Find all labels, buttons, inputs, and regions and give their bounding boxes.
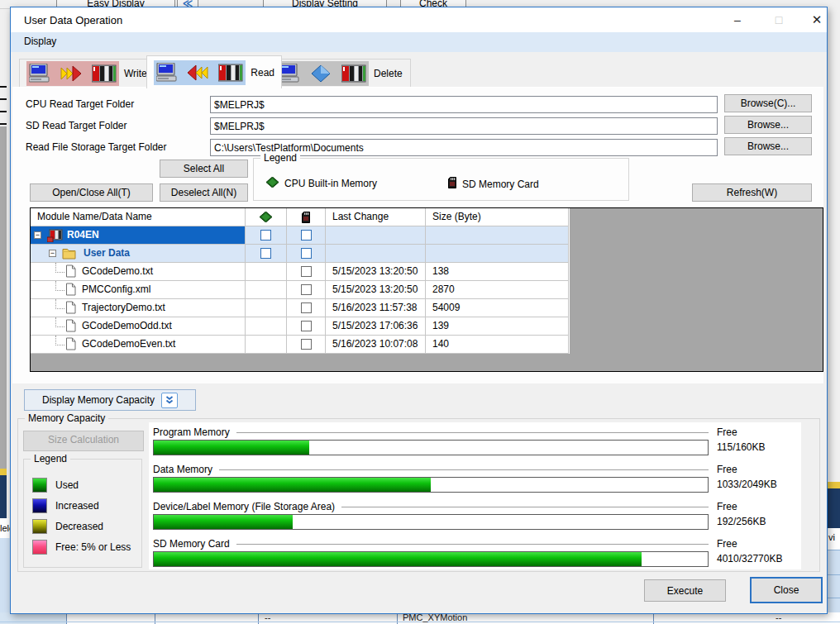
cpu-check-cell xyxy=(246,336,287,354)
table-row[interactable]: GCodeDemo.txt5/15/2023 13:20:50138 xyxy=(31,263,570,281)
folder-name[interactable]: User Data xyxy=(84,245,130,262)
select-all-button[interactable]: Select All xyxy=(160,160,248,178)
tab-strip: WriteReadDelete xyxy=(11,52,827,88)
memory-bar-label: Program Memory xyxy=(153,426,230,438)
memory-legend-item: Free: 5% or Less xyxy=(32,540,131,555)
file-icon xyxy=(65,264,76,278)
checkbox[interactable] xyxy=(301,248,312,259)
close-button[interactable]: Close xyxy=(750,577,823,603)
file-tree-table: Module Name/Data NameLast ChangeSize (By… xyxy=(30,207,823,372)
table-row[interactable]: −R04EN xyxy=(31,226,570,245)
double-chevron-down-icon xyxy=(161,393,178,408)
screen: Easy Display≪Display SettingCheck lele v… xyxy=(0,0,840,624)
divider xyxy=(236,544,709,545)
tree-connector xyxy=(55,336,64,345)
divider xyxy=(219,469,709,470)
tab-read[interactable]: Read xyxy=(146,55,282,88)
deselect-all-button[interactable]: Deselect All(N) xyxy=(160,183,248,202)
file-name[interactable]: GCodeDemo.txt xyxy=(82,263,153,280)
memory-bar xyxy=(153,440,709,455)
memory-legend-group: Legend UsedIncreasedDecreasedFree: 5% or… xyxy=(23,459,142,568)
checkbox[interactable] xyxy=(301,321,312,331)
memory-bar-group: SD Memory CardFree4010/32770KB xyxy=(149,536,801,574)
tree-connector xyxy=(55,299,64,309)
table-header-row: Module Name/Data NameLast ChangeSize (By… xyxy=(31,208,570,226)
menu-display[interactable]: Display xyxy=(24,36,56,47)
open-close-all-button[interactable]: Open/Close All(T) xyxy=(30,183,153,202)
module-icon xyxy=(47,228,63,245)
module-name[interactable]: R04EN xyxy=(67,226,99,244)
folder-icon xyxy=(62,247,76,263)
col-header-size[interactable]: Size (Byte) xyxy=(426,208,569,226)
memory-capacity-group: Memory Capacity Size Calculation Legend … xyxy=(17,418,820,572)
table-row[interactable]: PMCConfig.xml5/15/2023 13:20:502870 xyxy=(31,281,570,299)
browse-button[interactable]: Browse(C)... xyxy=(724,94,812,112)
size-calculation-button: Size Calculation xyxy=(23,431,144,451)
refresh-button[interactable]: Refresh(W) xyxy=(692,183,812,202)
size-cell: 140 xyxy=(426,336,569,354)
bg-left-line xyxy=(0,98,7,100)
browse-button[interactable]: Browse... xyxy=(724,137,812,155)
sd-card-icon xyxy=(448,177,456,191)
browse-button[interactable]: Browse... xyxy=(724,116,812,134)
sd-check-cell xyxy=(287,281,326,299)
tab-label: Delete xyxy=(374,68,403,79)
tree-connector xyxy=(55,317,64,327)
memory-bar xyxy=(153,477,709,493)
display-memory-capacity-button[interactable]: Display Memory Capacity xyxy=(24,389,196,411)
memory-bar-fill xyxy=(154,478,431,492)
legend-label: Increased xyxy=(55,500,99,512)
legend-label: Decreased xyxy=(55,521,103,532)
checkbox[interactable] xyxy=(260,248,271,259)
collapse-toggle[interactable]: − xyxy=(49,250,56,257)
memory-bars-panel: Program MemoryFree115/160KBData MemoryFr… xyxy=(149,422,801,569)
free-value: 4010/32770KB xyxy=(717,553,782,564)
collapse-toggle[interactable]: − xyxy=(34,231,41,239)
field-label: CPU Read Target Folder xyxy=(26,98,134,110)
table-row[interactable]: GCodeDemoOdd.txt5/15/2023 17:06:36139 xyxy=(31,317,570,336)
execute-button[interactable]: Execute xyxy=(644,579,726,602)
tab-write[interactable]: Write xyxy=(19,59,160,87)
size-cell: 139 xyxy=(426,317,569,336)
tab-delete[interactable]: Delete xyxy=(269,59,411,87)
file-name[interactable]: PMCConfig.xml xyxy=(82,281,150,298)
plc-rack-icon xyxy=(92,64,117,83)
checkbox[interactable] xyxy=(301,284,312,295)
bg-left-line xyxy=(0,111,7,112)
col-header-name[interactable]: Module Name/Data Name xyxy=(31,208,246,226)
col-header-last-change[interactable]: Last Change xyxy=(326,208,426,226)
legend-label: Free: 5% or Less xyxy=(55,541,131,553)
memory-bar-group: Data MemoryFree1033/2049KB xyxy=(149,462,801,499)
sd-card-icon[interactable] xyxy=(287,208,326,226)
maximize-button: □ xyxy=(765,7,793,32)
file-name[interactable]: GCodeDemoOdd.txt xyxy=(82,317,172,335)
table-row[interactable]: GCodeDemoEven.txt5/16/2023 10:07:08140 xyxy=(31,336,570,354)
file-name[interactable]: GCodeDemoEven.txt xyxy=(82,336,175,353)
close-window-button[interactable]: ✕ xyxy=(803,7,831,32)
file-icon xyxy=(65,264,76,281)
folder-path-input[interactable] xyxy=(210,117,718,135)
write-transfer-icon xyxy=(26,61,119,86)
checkbox[interactable] xyxy=(260,230,271,241)
table-row[interactable]: TrajectoryDemo.txt5/16/2023 11:57:385400… xyxy=(31,299,570,317)
table-row[interactable]: −User Data xyxy=(31,245,570,263)
file-icon xyxy=(65,319,76,332)
checkbox[interactable] xyxy=(301,302,312,313)
checkbox[interactable] xyxy=(301,230,312,241)
arrows-right-icon xyxy=(60,64,82,83)
minimize-button[interactable]: – xyxy=(723,7,752,32)
checkbox[interactable] xyxy=(301,266,312,277)
bg-right-yellow xyxy=(827,482,840,488)
memory-bar-label: Data Memory xyxy=(153,464,212,475)
cpu-check-cell xyxy=(246,281,287,299)
user-data-operation-dialog: User Data Operation – □ ✕ Display WriteR… xyxy=(10,7,828,614)
title-bar[interactable]: User Data Operation – □ ✕ xyxy=(11,7,827,32)
file-icon xyxy=(65,283,76,299)
sd-check-cell xyxy=(287,263,326,281)
delete-transfer-icon xyxy=(276,61,369,86)
folder-path-input[interactable] xyxy=(210,96,718,113)
cpu-memory-icon[interactable] xyxy=(246,208,287,226)
last-change-cell: 5/15/2023 17:06:36 xyxy=(326,317,426,336)
file-name[interactable]: TrajectoryDemo.txt xyxy=(82,299,165,317)
checkbox[interactable] xyxy=(301,339,312,350)
